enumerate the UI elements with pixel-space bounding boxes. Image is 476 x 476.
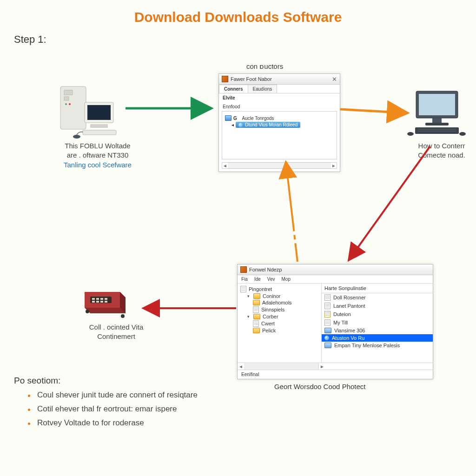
svg-rect-31 [100,301,103,303]
footer-bullets: Coul shever junit tude are connert of re… [28,390,462,428]
dialog2-title-text: Fonwel Ndezp [249,267,282,272]
close-icon[interactable]: ✕ [332,76,337,83]
list-item[interactable]: Atuston Vo Ru [322,334,433,342]
list-item[interactable]: Doll Rosenner [322,293,433,302]
svg-rect-25 [92,298,95,300]
page-icon [253,320,259,327]
server-caption-1: This FOBLU Woltade [65,142,130,150]
server-computer-icon [56,83,121,139]
diagram: This FOBLU Woltade are . oftware NT330 T… [14,55,462,380]
disc-icon [238,123,243,127]
arrow-dialog2-to-device [139,301,238,315]
dialog2-list-header: Harte Sonpulinstie [322,284,433,293]
dialog1-tab-2[interactable]: Eaudions [248,85,278,93]
dialog2-caption: Geort Worsdoo Cood Photect [274,383,366,390]
menu-view[interactable]: Vev [267,277,275,282]
dialog2-scrollbar[interactable]: ◄ ► [238,363,433,370]
folder-icon [253,300,260,305]
step-heading: Step 1: [14,33,462,46]
list-item[interactable]: Empan Tiny Menlose Palesis [322,342,433,349]
tree-item[interactable]: Adalehomols [240,299,319,306]
svg-line-22 [349,146,430,260]
svg-rect-32 [105,301,107,303]
svg-rect-30 [96,301,99,303]
svg-rect-6 [87,105,111,120]
dialog1-tab-1[interactable]: Conners [219,85,248,93]
svg-rect-14 [432,118,442,123]
dialog1-tree-selected[interactable]: Dtund Vius Moian Rdieed [236,122,300,128]
svg-rect-26 [96,298,99,300]
node-server: This FOBLU Woltade are . oftware NT330 T… [56,83,139,170]
dialog1-titlebar: Fawer Foot Nabor ✕ [219,74,340,85]
dialog1-section-2: Ennfood [219,102,340,111]
arrow-dialog2-to-dialog1 [279,157,307,264]
arrow-pc-to-dialog2 [339,144,442,265]
page-icon [324,311,331,317]
page-title: Download Downloads Software [14,9,462,25]
list-item[interactable]: Lanet Pantont [322,302,433,310]
svg-rect-1 [64,90,73,95]
folder-icon [324,328,331,333]
svg-rect-7 [91,125,107,127]
svg-rect-13 [419,94,455,115]
server-caption-2: are . oftware NT330 [67,151,129,159]
svg-rect-8 [83,130,116,135]
dialog2-list: Harte Sonpulinstie Doll RosennerLanet Pa… [322,284,433,363]
page-icon [324,303,331,309]
disc-icon [324,336,329,340]
page-icon [324,294,331,301]
tree-root[interactable]: Pingontret [240,285,319,293]
svg-point-3 [65,103,67,105]
folder-icon [253,293,260,299]
tree-item[interactable]: ▾Coninor [240,293,319,299]
dialog2-tree: Pingontret ▾ConinorAdalehomolsSinnspiels… [238,284,322,363]
svg-point-20 [407,132,414,136]
menu-help[interactable]: Mop [282,277,291,282]
svg-rect-27 [100,298,103,300]
arrow-server-to-dialog [126,101,218,115]
dialog2: Fonwel Ndezp Fia Ide Vev Mop Pingontret … [237,264,433,379]
list-item[interactable]: Viansime 306 [322,327,433,334]
tree-item[interactable]: Cwert [240,320,319,327]
svg-rect-28 [105,298,107,300]
network-device-icon [79,283,130,320]
list-item[interactable]: My Till [322,318,433,327]
bullet-1: Coul shever junit tude are connert of re… [28,390,462,400]
svg-line-11 [340,109,408,113]
dialog1-label: con ɒuctors [246,62,283,71]
menu-edit[interactable]: Ide [254,277,261,282]
svg-rect-29 [92,301,95,303]
dialog1-title-icon [222,76,228,82]
page-icon [240,286,246,292]
dialog2-titlebar: Fonwel Ndezp [238,264,433,275]
svg-point-34 [121,314,125,318]
dialog1-title-text: Fawer Foot Nabor [231,76,272,82]
device-caption-2: Continemert [97,332,135,340]
svg-point-9 [73,135,80,139]
server-caption-3: Tanling cool Scefware [64,161,132,169]
bullet-3: Rotvey Voltade to for roderase [28,418,462,428]
svg-rect-16 [415,127,459,134]
folder-icon [225,115,231,121]
dialog2-title-icon [240,266,247,273]
dialog2-status: Eenifinal [238,370,433,379]
tree-item[interactable]: Pelick [240,327,319,334]
dialog2-menubar: Fia Ide Vev Mop [238,275,433,284]
menu-file[interactable]: Fia [241,277,248,282]
bullet-2: Cotil ehever thal fr eortrout: emar ispe… [28,404,462,414]
folder-icon [253,328,260,333]
tree-item[interactable]: ▾Corber [240,313,319,320]
dialog1-body: G Aucle Tonrgods ◂Dtund Vius Moian Rdiee… [222,111,337,159]
list-item[interactable]: Duteion [322,310,433,318]
dialog1-section-1: Elvite [219,93,340,102]
node-device: Coll . ocinted Vita Continemert [79,283,153,342]
tree-item[interactable]: Sinnspiels [240,306,319,313]
svg-point-33 [86,310,89,313]
svg-rect-15 [425,123,449,126]
dialog1-tree-root[interactable]: Aucle Tonrgods [242,116,274,121]
desktop-computer-icon [407,87,467,139]
device-caption-1: Coll . ocinted Vita [89,323,143,331]
folder-icon [253,314,260,319]
svg-point-4 [69,103,71,105]
page-icon [253,306,259,313]
